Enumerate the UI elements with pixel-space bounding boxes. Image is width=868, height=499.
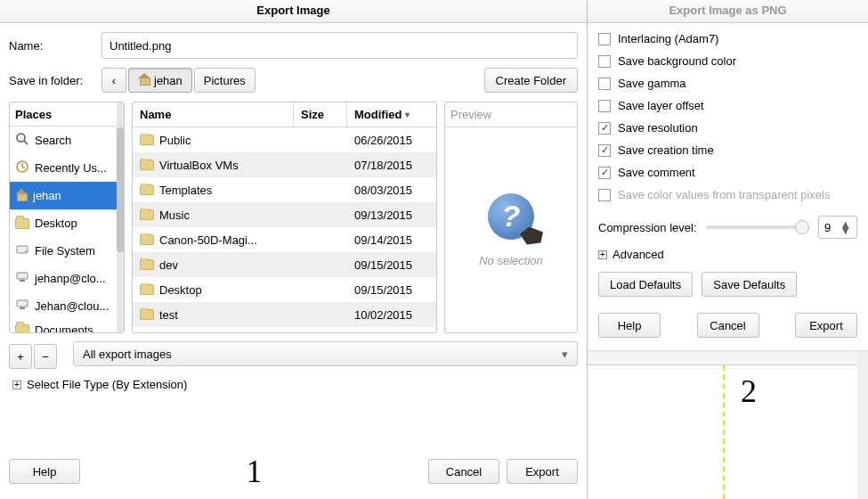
svg-rect-8 (20, 307, 25, 309)
file-filter-label: All export images (83, 348, 172, 361)
file-modified: 06/26/2015 (347, 134, 436, 147)
checkbox-icon (598, 55, 611, 68)
column-name[interactable]: Name (133, 102, 294, 127)
option-label: Save gamma (618, 77, 686, 90)
file-row[interactable]: VirtualBox VMs07/18/2015 (133, 152, 436, 177)
net-icon (15, 298, 29, 315)
advanced-expander[interactable]: + Advanced (588, 244, 868, 265)
file-modified: 07/18/2015 (347, 159, 436, 172)
places-item[interactable]: jehanp@clo... (10, 265, 124, 292)
places-item[interactable]: Jehan@clou... (10, 292, 124, 320)
cancel-button[interactable]: Cancel (428, 459, 499, 484)
folder-icon (140, 309, 154, 320)
breadcrumb-label: jehan (154, 74, 183, 87)
file-row[interactable]: Canon-50D-Magi...09/14/2015 (133, 227, 436, 252)
add-bookmark-button[interactable]: + (9, 344, 32, 369)
export-button[interactable]: Export (795, 313, 857, 338)
places-item[interactable]: File System (10, 237, 124, 265)
file-name: Desktop (159, 283, 202, 297)
png-option[interactable]: Save layer offset (598, 99, 857, 112)
png-option[interactable]: Save comment (598, 166, 857, 179)
places-item-label: Documents (35, 323, 93, 332)
recent-icon (15, 160, 29, 176)
compression-spinbox[interactable]: 9 ▲▼ (818, 216, 857, 239)
file-modified: 09/15/2015 (347, 258, 436, 272)
places-item[interactable]: Desktop (10, 209, 124, 237)
filetype-expander-label: Select File Type (By Extension) (27, 378, 187, 391)
net-icon (15, 270, 29, 287)
annotation-number-1: 1 (241, 453, 268, 490)
file-row[interactable]: Public06/26/2015 (133, 127, 436, 152)
png-option[interactable]: Save resolution (598, 121, 857, 135)
column-size[interactable]: Size (294, 102, 347, 127)
folder-icon (140, 284, 154, 295)
places-item[interactable]: Recently Us... (10, 154, 124, 182)
save-defaults-button[interactable]: Save Defaults (702, 272, 797, 297)
cancel-button[interactable]: Cancel (697, 313, 759, 338)
checkbox-icon (598, 189, 611, 201)
option-label: Save comment (618, 166, 695, 179)
dialog-title: Export Image as PNG (588, 0, 868, 23)
breadcrumb-back-button[interactable]: ‹ (101, 68, 126, 93)
filename-input[interactable] (101, 32, 578, 59)
export-button[interactable]: Export (507, 459, 578, 484)
svg-rect-5 (17, 273, 28, 279)
remove-bookmark-button[interactable]: − (34, 344, 57, 369)
breadcrumb-segment-jehan[interactable]: jehan (128, 68, 192, 93)
create-folder-button[interactable]: Create Folder (484, 68, 578, 93)
help-button[interactable]: Help (598, 313, 661, 338)
option-label: Save background color (618, 54, 736, 68)
canvas-backdrop: 2 (588, 350, 868, 499)
breadcrumb-segment-pictures[interactable]: Pictures (194, 68, 256, 93)
svg-line-1 (24, 141, 28, 144)
file-row[interactable]: Music09/13/2015 (133, 202, 436, 227)
file-row[interactable]: test10/02/2015 (133, 302, 436, 327)
png-option[interactable]: Save background color (598, 54, 857, 68)
spin-arrows-icon: ▲▼ (840, 221, 851, 233)
folder-icon (140, 135, 154, 145)
annotation-number-2: 2 (735, 372, 762, 410)
folder-icon (140, 209, 154, 220)
file-name: Templates (159, 184, 212, 197)
file-filter-combo[interactable]: All export images ▾ (73, 341, 578, 366)
dialog-title: Export Image (0, 0, 587, 23)
png-option[interactable]: Interlacing (Adam7) (598, 32, 857, 45)
load-defaults-button[interactable]: Load Defaults (598, 272, 693, 297)
places-header: Places (10, 102, 124, 127)
file-row[interactable]: dev09/15/2015 (133, 252, 436, 277)
compression-label: Compression level: (598, 221, 697, 234)
no-selection-text: No selection (479, 254, 543, 267)
file-row[interactable]: Templates08/03/2015 (133, 177, 436, 202)
places-sidebar: Places SearchRecently Us...jehanDesktopF… (9, 102, 125, 333)
file-name: Music (159, 209, 190, 222)
places-item[interactable]: Search (10, 127, 124, 154)
places-item[interactable]: jehan (10, 182, 124, 209)
option-label: Save layer offset (618, 99, 704, 112)
export-image-dialog: Export Image Name: Save in folder: ‹ jeh… (0, 0, 588, 499)
places-item[interactable]: Documents (10, 320, 124, 332)
png-option[interactable]: Save creation time (598, 143, 857, 157)
places-item-label: File System (35, 244, 95, 258)
option-label: Save creation time (618, 143, 714, 157)
name-label: Name: (9, 39, 101, 53)
places-scrollbar[interactable] (117, 102, 124, 332)
file-name: test (159, 308, 178, 322)
column-modified[interactable]: Modified ▾ (347, 102, 436, 127)
compression-value: 9 (824, 221, 831, 234)
file-browser: Name Size Modified ▾ Public06/26/2015Vir… (132, 102, 437, 333)
svg-rect-7 (17, 300, 28, 307)
save-in-label: Save in folder: (9, 74, 101, 87)
places-item-label: Search (35, 134, 71, 147)
checkbox-icon (598, 144, 611, 157)
breadcrumb: ‹ jehan Pictures (101, 68, 256, 93)
help-button[interactable]: Help (9, 459, 80, 484)
filetype-expander[interactable]: + Select File Type (By Extension) (9, 369, 578, 400)
plus-icon: + (598, 250, 607, 259)
svg-point-4 (25, 250, 27, 252)
canvas-scrollbar[interactable] (857, 351, 868, 499)
option-label: Save color values from transparent pixel… (618, 188, 830, 201)
file-row[interactable]: Desktop09/15/2015 (133, 277, 436, 302)
png-option[interactable]: Save gamma (598, 77, 857, 90)
compression-slider[interactable] (706, 225, 809, 229)
preview-pane: Preview ? No selection (444, 102, 578, 333)
